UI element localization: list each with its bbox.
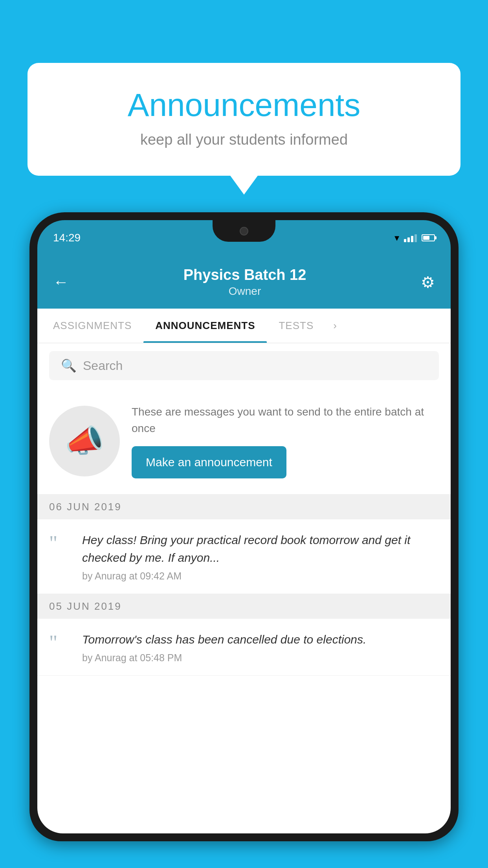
announcement-text-1: Hey class! Bring your practical record b… (82, 531, 439, 566)
announcement-item-1[interactable]: " Hey class! Bring your practical record… (37, 519, 451, 594)
tab-tests[interactable]: TESTS (267, 309, 325, 343)
quote-icon-1: " (49, 533, 73, 554)
bubble-title: Announcements (59, 86, 429, 123)
announcement-description: These are messages you want to send to t… (132, 404, 439, 437)
speech-bubble: Announcements keep all your students inf… (28, 63, 460, 176)
date-separator-1: 06 JUN 2019 (37, 495, 451, 519)
settings-icon[interactable]: ⚙ (421, 273, 435, 291)
quote-icon-2: " (49, 633, 73, 653)
phone-outer: 14:29 ▾ (29, 212, 459, 841)
search-icon: 🔍 (61, 358, 77, 373)
status-bar: 14:29 ▾ (37, 220, 451, 256)
status-time: 14:29 (53, 232, 81, 244)
phone-screen: ← Physics Batch 12 Owner ⚙ ASSIGNMENTS A… (37, 256, 451, 833)
header-title: Physics Batch 12 (69, 267, 421, 283)
search-input[interactable]: Search (83, 359, 123, 373)
status-icons: ▾ (394, 232, 435, 243)
tabs-bar: ASSIGNMENTS ANNOUNCEMENTS TESTS › (37, 309, 451, 343)
announcement-meta-1: by Anurag at 09:42 AM (82, 570, 439, 582)
announcement-text-2: Tomorrow's class has been cancelled due … (82, 631, 439, 648)
signal-icon (404, 234, 417, 242)
wifi-icon: ▾ (394, 232, 399, 243)
announcement-item-2[interactable]: " Tomorrow's class has been cancelled du… (37, 619, 451, 676)
megaphone-icon: 📣 (65, 423, 104, 460)
announcement-right: These are messages you want to send to t… (132, 404, 439, 478)
header-center: Physics Batch 12 Owner (69, 267, 421, 298)
app-header: ← Physics Batch 12 Owner ⚙ (37, 256, 451, 309)
speech-bubble-section: Announcements keep all your students inf… (28, 63, 460, 176)
announcement-content-2: Tomorrow's class has been cancelled due … (82, 631, 439, 664)
header-subtitle: Owner (69, 285, 421, 298)
search-container: 🔍 Search (37, 343, 451, 388)
tab-more-icon[interactable]: › (325, 309, 345, 343)
bubble-subtitle: keep all your students informed (59, 131, 429, 148)
announcement-prompt: 📣 These are messages you want to send to… (37, 388, 451, 495)
tab-announcements[interactable]: ANNOUNCEMENTS (143, 309, 267, 343)
phone-notch (213, 220, 275, 242)
phone-camera (240, 227, 248, 235)
announcement-icon-circle: 📣 (49, 406, 120, 476)
battery-icon (422, 234, 435, 241)
date-separator-2: 05 JUN 2019 (37, 594, 451, 619)
tab-assignments[interactable]: ASSIGNMENTS (41, 309, 143, 343)
back-button[interactable]: ← (53, 273, 69, 291)
announcement-content-1: Hey class! Bring your practical record b… (82, 531, 439, 582)
make-announcement-button[interactable]: Make an announcement (132, 446, 286, 478)
announcement-meta-2: by Anurag at 05:48 PM (82, 652, 439, 664)
search-bar[interactable]: 🔍 Search (49, 351, 439, 380)
phone-container: 14:29 ▾ (29, 212, 459, 868)
